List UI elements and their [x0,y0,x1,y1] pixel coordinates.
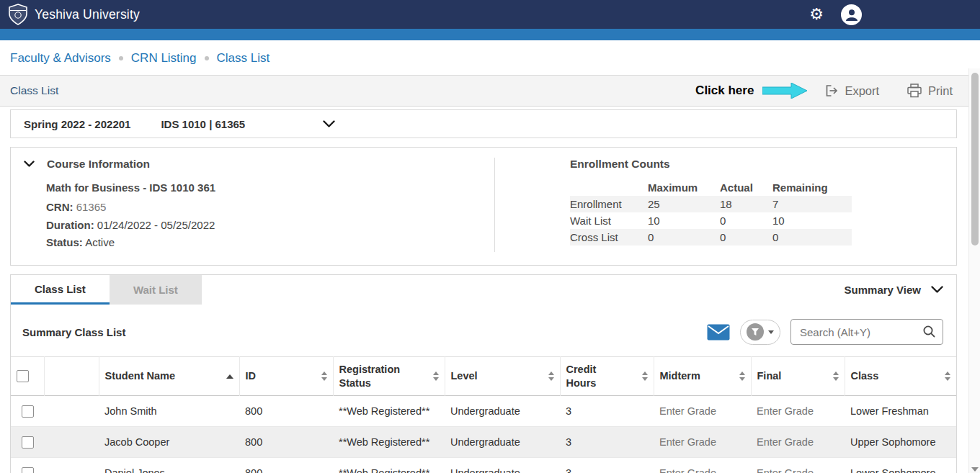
select-all-cell [11,357,44,396]
breadcrumb-faculty-advisors[interactable]: Faculty & Advisors [10,51,111,66]
sort-icon[interactable] [642,371,648,381]
col-midterm[interactable]: Midterm [654,357,751,396]
accent-strip [0,29,980,40]
level: Undergraduate [445,458,560,473]
final-grade-entry[interactable]: Enter Grade [751,396,845,427]
filter-dropdown-button[interactable] [740,320,780,345]
duration-line: Duration: 01/24/2022 - 05/25/2022 [46,217,494,235]
breadcrumb-class-list[interactable]: Class List [217,51,270,66]
settings-gear-icon[interactable]: ⚙ [809,6,824,22]
duration-value: 01/24/2022 - 05/25/2022 [97,219,215,231]
midterm-grade-entry[interactable]: Enter Grade [654,427,751,458]
crn-value: 61365 [76,201,107,213]
page-header: Class List Click here Export [0,75,968,107]
registration-status: **Web Registered** [333,396,445,427]
col-registration-status[interactable]: Registration Status [333,357,445,396]
col-id[interactable]: ID [239,357,333,396]
tab-wait-list[interactable]: Wait List [110,275,202,305]
sort-icon[interactable] [433,371,439,381]
class-list-toolbar: Summary Class List [11,305,956,356]
email-button[interactable] [707,324,730,341]
enrollment-row: Cross List 0 0 0 [570,229,852,245]
vertical-scrollbar[interactable] [968,68,980,473]
course-label: IDS 1010 | 61365 [161,118,245,130]
credit-hours: 3 [560,427,654,458]
course-information-heading: Course Information [47,158,150,171]
student-id: 800 [239,458,333,473]
level: Undergraduate [445,427,560,458]
sort-ascending-icon[interactable] [226,374,233,379]
course-information-panel: Course Information Math for Business - I… [10,147,957,266]
level: Undergraduate [445,396,560,427]
annotation-click-here: Click here [695,84,754,98]
print-button[interactable]: Print [906,84,953,98]
enrollment-counts-table: Maximum Actual Remaining Enrollment 25 1… [570,179,852,245]
final-grade-entry[interactable]: Enter Grade [751,427,845,458]
term-course-selector[interactable]: Spring 2022 - 202201 IDS 1010 | 61365 [10,109,957,138]
page-title: Class List [10,84,58,97]
search-input[interactable] [790,319,943,345]
select-all-checkbox[interactable] [17,370,29,382]
table-row: Daniel Jones 800 **Web Registered** Unde… [11,458,956,473]
summary-class-list-heading: Summary Class List [22,326,125,338]
sort-icon[interactable] [945,371,950,381]
final-grade-entry[interactable]: Enter Grade [751,458,845,473]
row-checkbox[interactable] [22,405,34,418]
scrollbar-down-arrow[interactable] [971,467,979,472]
row-checkbox[interactable] [22,467,34,473]
tab-class-list[interactable]: Class List [11,275,110,305]
registration-status: **Web Registered** [333,427,445,458]
student-name: Jacob Cooper [99,427,239,458]
student-id: 800 [239,396,333,427]
sort-icon[interactable] [548,371,554,381]
credit-hours: 3 [560,458,654,473]
brand: Yeshiva University [9,4,140,25]
enrollment-row: Wait List 10 0 10 [570,212,852,229]
sort-icon[interactable] [833,371,839,381]
crn-line: CRN: 61365 [46,199,494,217]
search-icon[interactable] [922,325,936,341]
chevron-down-icon [768,330,774,334]
export-button[interactable]: Export [824,84,879,98]
brand-name: Yeshiva University [35,7,140,22]
sort-icon[interactable] [321,371,327,381]
breadcrumb-crn-listing[interactable]: CRN Listing [131,51,197,66]
midterm-grade-entry[interactable]: Enter Grade [654,396,751,427]
midterm-grade-entry[interactable]: Enter Grade [654,458,751,473]
chevron-down-icon[interactable] [323,120,335,128]
class-year: Lower Sophomore [845,458,956,473]
col-level[interactable]: Level [445,357,560,396]
topbar-actions: ⚙ [809,4,971,25]
header-actions: Click here Export Print [695,83,953,99]
chevron-down-icon [931,286,943,294]
table-row: John Smith 800 **Web Registered** Underg… [11,396,956,427]
student-name: Daniel Jones [99,458,239,473]
user-avatar[interactable] [841,4,862,25]
photo-column-header [44,357,99,396]
export-label: Export [845,84,879,98]
print-label: Print [928,84,953,98]
filter-funnel-icon [747,323,764,341]
course-details: Math for Business - IDS 1010 361 CRN: 61… [46,179,494,252]
collapse-chevron-icon[interactable] [24,161,35,168]
tabs-row: Class List Wait List Summary View [11,275,956,305]
col-student-name[interactable]: Student Name [99,357,239,396]
class-year: Upper Sophomore [845,427,956,458]
scrollbar-thumb[interactable] [971,73,979,245]
envelope-icon [707,324,730,341]
registration-status: **Web Registered** [333,458,445,473]
sort-icon[interactable] [739,371,745,381]
col-credit-hours[interactable]: Credit Hours [560,357,654,396]
annotation-arrow-icon [762,83,808,99]
col-class[interactable]: Class [845,357,956,396]
student-id: 800 [239,427,333,458]
row-checkbox[interactable] [22,436,34,449]
col-final[interactable]: Final [751,357,845,396]
course-information-section: Course Information Math for Business - I… [11,158,494,252]
enrollment-col-remaining: Remaining [772,179,852,196]
credit-hours: 3 [560,396,654,427]
breadcrumb-separator [205,56,209,60]
summary-view-dropdown[interactable]: Summary View [845,275,943,305]
person-icon [845,8,859,22]
enrollment-col-actual: Actual [720,179,772,196]
